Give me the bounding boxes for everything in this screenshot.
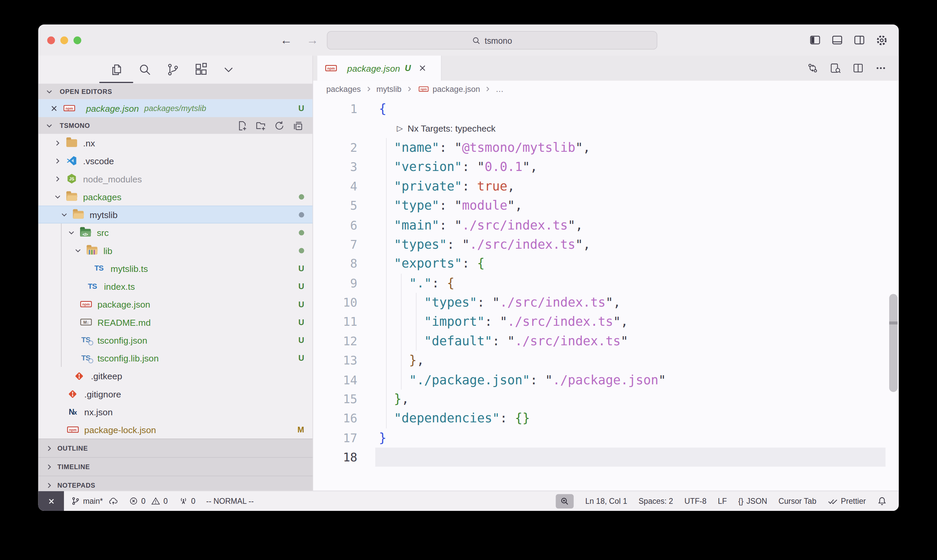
git-badge: U — [298, 264, 304, 273]
close-window-button[interactable] — [47, 36, 55, 44]
tree-item-label: .gitignore — [84, 389, 121, 399]
titlebar: ← → tsmono — [38, 25, 899, 55]
code-line-6[interactable]: 6 "main": "./src/index.ts", — [313, 215, 899, 235]
split-editor-icon[interactable] — [852, 62, 864, 74]
settings-gear-icon[interactable] — [875, 34, 888, 46]
tree-item-tsconfig.json[interactable]: TStsconfig.jsonU — [38, 331, 313, 349]
tree-item-mytslib.ts[interactable]: TSmytslib.tsU — [38, 260, 313, 277]
new-folder-icon[interactable] — [256, 120, 266, 131]
back-arrow-icon[interactable]: ← — [280, 34, 292, 46]
braces-icon: {} — [738, 496, 743, 506]
minimize-window-button[interactable] — [60, 36, 68, 44]
more-actions-icon[interactable] — [875, 62, 887, 74]
code-line-16[interactable]: 16 "dependencies": {} — [313, 409, 899, 428]
forward-arrow-icon[interactable]: → — [307, 34, 319, 46]
new-file-icon[interactable] — [237, 120, 248, 131]
tree-item-.gitignore[interactable]: .gitignore — [38, 385, 313, 403]
code-line-1[interactable]: 1{ — [313, 99, 899, 119]
breadcrumb-item[interactable]: npmpackage.json — [417, 84, 480, 95]
branch-indicator[interactable]: main* — [71, 496, 118, 506]
code-line-5[interactable]: 5 "type": "module", — [313, 196, 899, 215]
code-line-7[interactable]: 7 "types": "./src/index.ts", — [313, 235, 899, 254]
git-icon — [73, 371, 86, 381]
search-view-icon[interactable] — [137, 62, 152, 77]
breadcrumb-separator-icon — [365, 86, 372, 92]
breadcrumb-item[interactable]: packages — [326, 85, 361, 94]
svg-text:npm: npm — [69, 428, 76, 432]
maximize-window-button[interactable] — [73, 36, 81, 44]
panel-header-outline[interactable]: OUTLINE — [38, 438, 313, 457]
command-center-search[interactable]: tsmono — [327, 31, 657, 49]
collapse-all-icon[interactable] — [293, 120, 303, 131]
code-line-15[interactable]: 15 }, — [313, 389, 899, 409]
breadcrumb-item[interactable]: mytslib — [376, 85, 402, 94]
notifications-bell-icon[interactable] — [877, 496, 886, 506]
tree-item-mytslib[interactable]: mytslib — [38, 206, 313, 223]
ts-gear-icon: TS — [79, 334, 92, 345]
explorer-icon[interactable] — [109, 62, 124, 77]
encoding-setting[interactable]: UTF-8 — [685, 496, 706, 506]
vim-mode-indicator[interactable]: -- NORMAL -- — [206, 496, 254, 506]
tree-item-index.ts[interactable]: TSindex.tsU — [38, 277, 313, 295]
open-preview-icon[interactable] — [829, 62, 842, 74]
code-line-3[interactable]: 3 "version": "0.0.1", — [313, 157, 899, 177]
panel-header-timeline[interactable]: TIMELINE — [38, 457, 313, 475]
refresh-icon[interactable] — [274, 120, 285, 131]
open-editor-item[interactable]: npm package.json packages/mytslib U — [38, 99, 313, 117]
code-area[interactable]: 1{▷Nx Targets: typecheck2 "name": "@tsmo… — [313, 97, 899, 490]
zoom-indicator[interactable] — [556, 494, 574, 508]
tab-close-icon[interactable] — [418, 64, 426, 72]
more-views-chevron-icon[interactable] — [222, 63, 235, 76]
line-number: 17 — [313, 431, 357, 445]
compare-changes-icon[interactable] — [807, 62, 819, 74]
tree-item-package-lock.json[interactable]: npmpackage-lock.jsonM — [38, 421, 313, 438]
code-line-4[interactable]: 4 "private": true, — [313, 177, 899, 196]
eol-setting[interactable]: LF — [718, 496, 727, 506]
editor-scrollbar[interactable] — [889, 294, 898, 392]
tree-item-.nx[interactable]: .nx — [38, 134, 313, 152]
cursor-position[interactable]: Ln 18, Col 1 — [585, 496, 627, 506]
git-status-dot — [299, 212, 304, 217]
ports-indicator[interactable]: 0 — [178, 496, 195, 506]
indentation-setting[interactable]: Spaces: 2 — [639, 496, 673, 506]
tree-item-nx.json[interactable]: Nxnx.json — [38, 403, 313, 421]
md-icon: M↓ — [79, 317, 92, 328]
code-line-18[interactable]: 18 — [313, 448, 899, 467]
toggle-secondary-sidebar-icon[interactable] — [853, 34, 865, 46]
extensions-icon[interactable] — [194, 62, 208, 77]
tree-item-packages[interactable]: packages — [38, 188, 313, 206]
git-branch-icon — [71, 496, 80, 506]
chevron-down-icon — [59, 210, 69, 219]
tree-item-lib[interactable]: lib — [38, 241, 313, 259]
project-section-header[interactable]: TSMONO — [38, 117, 313, 134]
remote-indicator[interactable] — [38, 491, 64, 511]
codelens-nx-targets[interactable]: ▷Nx Targets: typecheck — [397, 123, 495, 133]
line-number: 2 — [313, 140, 357, 155]
cursor-tab-indicator[interactable]: Cursor Tab — [779, 496, 816, 506]
tab-package-json[interactable]: npm package.json U — [317, 55, 442, 81]
code-line-2[interactable]: 2 "name": "@tsmono/mytslib", — [313, 138, 899, 157]
source-control-icon[interactable] — [166, 62, 180, 77]
toggle-panel-icon[interactable] — [831, 34, 843, 46]
tree-item-tsconfig.lib.json[interactable]: TStsconfig.lib.jsonU — [38, 349, 313, 367]
close-editor-icon[interactable] — [50, 104, 58, 112]
breadcrumb-item[interactable]: … — [496, 85, 504, 94]
chevron-down-icon — [73, 246, 83, 255]
problems-indicator[interactable]: 0 0 — [129, 496, 168, 506]
open-editors-header[interactable]: OPEN EDITORS — [38, 84, 313, 99]
history-nav: ← → — [280, 25, 319, 55]
tree-item-node_modules[interactable]: JSnode_modules — [38, 169, 313, 188]
tree-item-package.json[interactable]: npmpackage.jsonU — [38, 295, 313, 313]
tree-item-src[interactable]: </>src — [38, 223, 313, 241]
tree-item-README.md[interactable]: M↓README.mdU — [38, 313, 313, 331]
code-line-17[interactable]: 17} — [313, 428, 899, 448]
toggle-sidebar-icon[interactable] — [809, 34, 821, 46]
line-number: 16 — [313, 411, 357, 426]
activity-bar — [38, 55, 313, 83]
language-mode[interactable]: {}JSON — [738, 496, 767, 506]
sidebar: OPEN EDITORS npm package.json packages/m… — [38, 55, 313, 491]
code-line-8[interactable]: 8 "exports": { — [313, 254, 899, 274]
formatter-indicator[interactable]: Prettier — [828, 496, 866, 506]
tree-item-.gitkeep[interactable]: .gitkeep — [38, 367, 313, 385]
tree-item-.vscode[interactable]: .vscode — [38, 152, 313, 169]
